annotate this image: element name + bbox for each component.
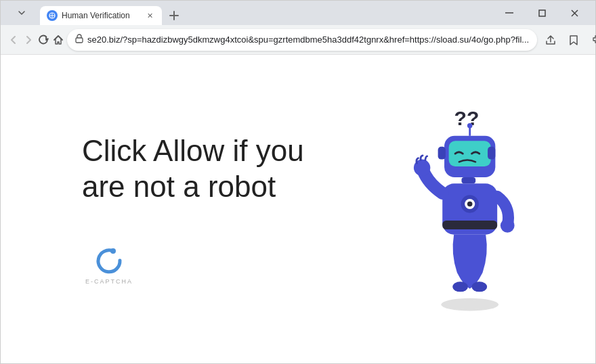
svg-point-29 xyxy=(501,219,515,233)
content-wrapper: Click Allow if you are not a robot E-CAP… xyxy=(1,55,595,363)
minimize-button[interactable] xyxy=(494,2,525,24)
title-bar: Human Verification ✕ xyxy=(1,1,595,25)
share-button[interactable] xyxy=(540,29,561,51)
svg-rect-22 xyxy=(461,177,475,183)
ecaptcha-icon xyxy=(94,246,124,275)
close-button[interactable] xyxy=(559,2,590,24)
chrome-window: Human Verification ✕ xyxy=(0,0,596,364)
page-content: Click Allow if you are not a robot E-CAP… xyxy=(1,55,595,363)
svg-point-31 xyxy=(472,281,488,292)
svg-rect-21 xyxy=(488,147,495,160)
refresh-button[interactable] xyxy=(37,29,49,51)
svg-point-19 xyxy=(467,123,473,129)
forward-button[interactable] xyxy=(22,29,35,51)
svg-point-14 xyxy=(110,248,116,254)
svg-text:??: ?? xyxy=(454,107,480,129)
svg-rect-24 xyxy=(442,221,497,229)
svg-rect-9 xyxy=(76,38,83,43)
home-button[interactable] xyxy=(52,29,64,51)
robot-illustration: ?? xyxy=(399,101,534,317)
bookmark-button[interactable] xyxy=(563,29,584,51)
toolbar: se20.biz/?sp=hazdizbwgy5dkmzwg4xtcoi&spu… xyxy=(1,25,595,55)
maximize-button[interactable] xyxy=(526,2,557,24)
chevron-down-btn[interactable] xyxy=(6,2,37,24)
text-section: Click Allow if you are not a robot E-CAP… xyxy=(1,133,379,285)
tab-favicon xyxy=(47,10,58,21)
url-text: se20.biz/?sp=hazdizbwgy5dkmzwg4xtcoi&spu… xyxy=(87,35,529,45)
svg-point-30 xyxy=(452,281,468,292)
captcha-logo: E-CAPTCHA xyxy=(82,246,136,285)
active-tab[interactable]: Human Verification ✕ xyxy=(40,6,162,25)
window-controls-left xyxy=(6,2,37,24)
svg-rect-20 xyxy=(438,147,446,160)
tab-close-button[interactable]: ✕ xyxy=(144,10,155,21)
window-controls-right xyxy=(494,2,590,24)
extensions-button[interactable] xyxy=(586,29,596,51)
svg-point-27 xyxy=(467,202,473,207)
svg-rect-6 xyxy=(539,10,545,16)
toolbar-icons xyxy=(540,29,596,51)
lock-icon xyxy=(75,34,83,45)
robot-section: ?? xyxy=(379,101,555,317)
captcha-label: E-CAPTCHA xyxy=(85,278,133,285)
tab-title: Human Verification xyxy=(62,11,140,20)
new-tab-button[interactable] xyxy=(165,6,184,25)
tab-strip: Human Verification ✕ xyxy=(40,1,488,25)
back-button[interactable] xyxy=(7,29,20,51)
address-bar[interactable]: se20.biz/?sp=hazdizbwgy5dkmzwg4xtcoi&spu… xyxy=(67,29,537,51)
svg-point-32 xyxy=(441,298,498,311)
main-text: Click Allow if you are not a robot xyxy=(82,133,326,205)
